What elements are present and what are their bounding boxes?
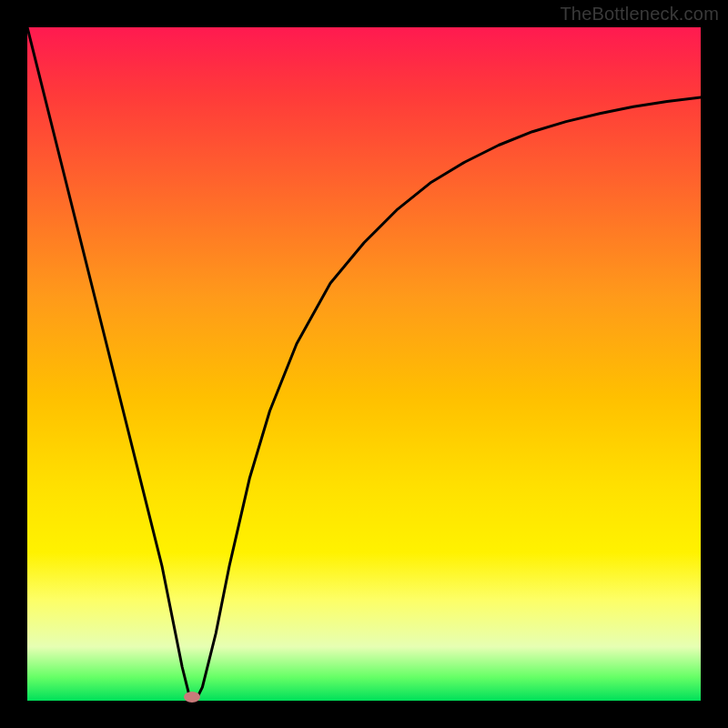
watermark-text: TheBottleneck.com xyxy=(560,4,719,25)
optimal-point-marker xyxy=(184,692,200,703)
chart-frame: TheBottleneck.com xyxy=(0,0,728,728)
plot-area xyxy=(27,27,701,701)
curve-svg xyxy=(27,27,701,701)
bottleneck-curve xyxy=(27,27,701,701)
